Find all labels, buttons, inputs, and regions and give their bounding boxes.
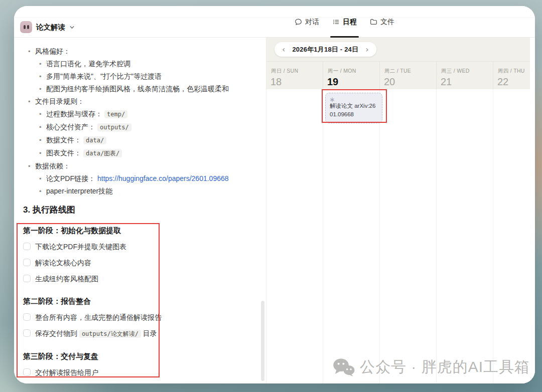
doc-list-item: •数据依赖： [22,161,254,171]
bullet-icon: • [39,109,42,119]
phase-title: 第一阶段：初始化与数据提取 [23,225,254,236]
prev-week-button[interactable]: ‹ [281,46,286,54]
calendar-day-column[interactable]: 周二 / TUE20 [380,62,437,383]
calendar-day-column[interactable]: 周一 / MON19解读论文 arXiv:2601.09668 [323,62,380,383]
bullet-icon: • [39,72,42,81]
task-checkbox[interactable] [23,368,31,376]
day-cell[interactable] [380,89,436,383]
inline-code: data/图表/ [83,149,122,157]
doc-item-text: 图表文件： [46,149,81,157]
task-row: 保存交付物到 outputs/论文解读/ 目录 [23,329,254,339]
folder-icon [370,18,377,26]
doc-list-item: •论文PDF链接：https://huggingface.co/papers/2… [22,174,254,183]
app-window: 论文解读 对话日程文件 •风格偏好：•语言口语化，避免学术腔调•多用"简单来说"… [14,6,535,383]
doc-item-text: 文件目录规则： [35,97,84,105]
view-tabs: 对话日程文件 [294,6,395,38]
doc-list-item: •文件目录规则： [22,97,254,106]
task-checkbox[interactable] [23,259,31,266]
bullet-icon: • [39,84,42,94]
app-logo-icon [20,21,32,33]
day-cell[interactable] [493,89,530,383]
agenda-icon [332,18,340,26]
doc-list-item: •配图为纽约客手绘插图风格，线条简洁流畅，色彩温暖柔和 [22,84,254,94]
bullet-icon: • [39,174,42,183]
section-heading: 3. 执行路线图 [23,204,254,216]
tab-files[interactable]: 文件 [369,6,395,38]
day-number: 19 [323,75,379,89]
paper-pdf-link[interactable]: https://huggingface.co/papers/2601.09668 [97,174,229,182]
tab-label: 文件 [380,18,394,27]
calendar-day-column[interactable]: 周三 / WED21 [437,62,493,383]
inline-code: data/ [83,136,106,144]
inline-code: temp/ [104,110,127,118]
calendar-panel: ‹ 2026年1月18日 - 24日 › 周日 / SUN18周一 / MON1… [266,38,535,383]
sparkle-icon [330,95,378,101]
calendar-event[interactable]: 解读论文 arXiv:2601.09668 [325,93,382,123]
bullet-icon: • [28,97,31,106]
task-row: 解读论文核心内容 [23,258,254,268]
day-cell[interactable]: 解读论文 arXiv:2601.09668 [323,89,379,383]
doc-item-text: 数据文件： [46,136,81,144]
phases: 第一阶段：初始化与数据提取下载论文PDF并提取关键图表解读论文核心内容生成纽约客… [22,225,254,383]
task-checkbox[interactable] [23,329,31,337]
doc-item-text: 风格偏好： [35,47,70,55]
doc-list-item: •风格偏好： [22,47,254,56]
next-week-button[interactable]: › [364,46,369,54]
bullet-icon: • [39,122,42,132]
task-checkbox[interactable] [23,313,31,321]
phase-block: 第一阶段：初始化与数据提取下载论文PDF并提取关键图表解读论文核心内容生成纽约客… [23,225,254,284]
task-label: 整合所有内容，生成完整的通俗解读报告 [35,313,162,322]
calendar-day-column[interactable]: 周日 / SUN18 [266,62,323,383]
doc-item-text: paper-interpreter技能 [46,187,112,195]
doc-item-text: 论文PDF链接： [46,174,95,182]
task-label: 解读论文核心内容 [35,258,91,268]
task-row: 整合所有内容，生成完整的通俗解读报告 [23,313,254,322]
app-switcher[interactable]: 论文解读 [20,21,75,33]
task-checkbox[interactable] [23,275,31,282]
inline-code: outputs/ [97,123,131,131]
inline-code: outputs/论文解读/ [79,330,141,338]
day-number: 22 [493,75,530,89]
bullet-icon: • [39,135,42,145]
task-label: 保存交付物到 outputs/论文解读/ 目录 [35,329,157,339]
task-checkbox[interactable] [23,243,31,250]
doc-list-item: •多用"简单来说"、"打个比方"等过渡语 [22,72,254,81]
bullet-icon: • [39,186,42,196]
document-list: •风格偏好：•语言口语化，避免学术腔调•多用"简单来说"、"打个比方"等过渡语•… [22,47,254,196]
day-cell[interactable] [437,89,493,383]
calendar-day-column[interactable]: 周四 / THU22 [493,62,530,383]
day-cell[interactable] [266,89,323,383]
chevron-down-icon [69,25,75,30]
task-row: 生成纽约客风格配图 [23,274,254,284]
tab-schedule[interactable]: 日程 [331,6,358,38]
chat-bubble-icon [295,18,302,26]
doc-list-item: •图表文件：data/图表/ [22,148,254,158]
phase-block: 第二阶段：报告整合整合所有内容，生成完整的通俗解读报告保存交付物到 output… [23,296,254,339]
window-header: 论文解读 对话日程文件 [14,6,535,38]
doc-list-item: •数据文件：data/ [22,135,254,145]
document-scrollbar[interactable] [261,301,264,381]
task-row: 下载论文PDF并提取关键图表 [23,242,254,252]
doc-list-item: •语言口语化，避免学术腔调 [22,59,254,69]
calendar-grid: 周日 / SUN18周一 / MON19解读论文 arXiv:2601.0966… [266,62,530,383]
app-title: 论文解读 [36,23,65,32]
bullet-icon: • [39,148,42,158]
date-range-label[interactable]: 2026年1月18日 - 24日 [292,45,358,54]
calendar-event-title: 解读论文 arXiv:2601.09668 [330,102,378,119]
task-label: 交付解读报告给用户 [35,368,98,377]
document-panel: •风格偏好：•语言口语化，避免学术腔调•多用"简单来说"、"打个比方"等过渡语•… [14,38,266,383]
doc-list-item: •paper-interpreter技能 [22,186,254,196]
doc-item-text: 过程数据与缓存： [46,110,102,118]
tab-label: 日程 [343,18,357,27]
doc-item-text: 配图为纽约客手绘插图风格，线条简洁流畅，色彩温暖柔和 [46,85,229,93]
tab-chat[interactable]: 对话 [294,6,320,38]
day-label: 周四 / THU [493,62,530,75]
doc-item-text: 语言口语化，避免学术腔调 [46,60,130,68]
bullet-icon: • [28,47,31,56]
date-range-pill: ‹ 2026年1月18日 - 24日 › [275,42,376,57]
task-label: 生成纽约客风格配图 [35,274,98,284]
phase-block: 第三阶段：交付与复盘交付解读报告给用户根据用户反馈调整后续解读方法 [23,351,254,383]
phase-title: 第三阶段：交付与复盘 [23,351,254,361]
task-row: 交付解读报告给用户 [23,368,254,377]
bullet-icon: • [39,59,42,69]
